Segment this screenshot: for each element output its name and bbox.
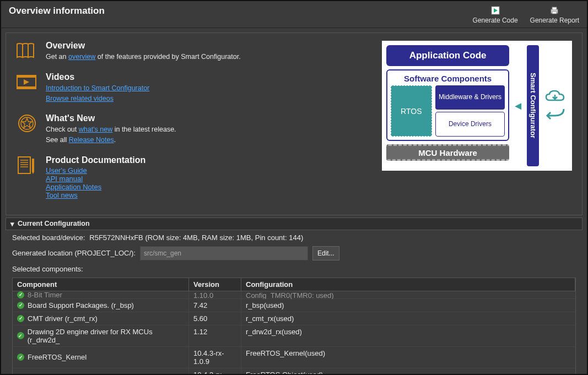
col-configuration: Configuration <box>241 278 575 291</box>
generate-code-label: Generate Code <box>473 17 518 24</box>
whatsnew-text: Check out what's new in the latest relea… <box>46 124 176 135</box>
svg-rect-12 <box>18 157 30 173</box>
component-name: CMT driver (r_cmt_rx) <box>28 314 98 323</box>
current-config-header[interactable]: ▾ Current Configuration <box>6 218 582 230</box>
document-icon <box>16 155 38 175</box>
diagram-app-code: Application Code <box>386 45 509 66</box>
check-icon: ✓ <box>17 302 24 309</box>
overview-text: Get an overview of the features provided… <box>46 52 241 62</box>
users-guide-link[interactable]: User's Guide <box>46 166 145 175</box>
tool-news-link[interactable]: Tool news <box>46 191 145 199</box>
star-badge-icon <box>16 113 38 133</box>
current-config-title: Current Configuration <box>18 220 90 227</box>
component-configuration: r_cmt_rx(used) <box>241 312 575 325</box>
videos-intro-link[interactable]: Introduction to Smart Configurator <box>46 84 149 92</box>
header: Overview information Generate Code Gener… <box>1 1 587 28</box>
svg-rect-3 <box>552 7 557 10</box>
diagram-mcu: MCU Hardware <box>386 144 509 161</box>
current-config-body: Selected board/device: R5F572NNHxFB (ROM… <box>6 230 582 375</box>
check-icon: ✓ <box>17 332 24 339</box>
generate-code-button[interactable]: Generate Code <box>473 6 518 24</box>
book-icon <box>16 41 38 61</box>
collapse-icon: ▾ <box>10 220 14 228</box>
col-component: Component <box>13 278 189 291</box>
diagram-rtos: RTOS <box>391 85 432 137</box>
component-version: 1.12 <box>189 325 241 347</box>
table-row[interactable]: ✓8-Bit Timer1.10.0Config_TMR0(TMR0: used… <box>13 291 575 299</box>
selected-board-label: Selected board/device: <box>12 233 85 242</box>
svg-rect-17 <box>32 159 34 172</box>
component-version: 1.10.0 <box>189 291 241 299</box>
svg-rect-6 <box>17 75 36 78</box>
whatsnew-link[interactable]: what's new <box>79 126 112 133</box>
api-manual-link[interactable]: API manual <box>46 175 145 183</box>
svg-marker-8 <box>24 79 29 85</box>
check-icon: ✓ <box>17 354 24 361</box>
page-title: Overview information <box>9 6 105 17</box>
app-notes-link[interactable]: Application Notes <box>46 183 145 191</box>
selected-board-row: Selected board/device: R5F572NNHxFB (ROM… <box>12 233 576 242</box>
component-configuration: FreeRTOS Object(used) <box>241 368 575 375</box>
video-icon <box>16 72 38 92</box>
release-notes-link[interactable]: Release Notes <box>69 136 114 144</box>
diagram-sw-components: Software Components RTOS Middleware & Dr… <box>386 69 509 141</box>
overview-panel: Overview Get an overview of the features… <box>6 32 582 215</box>
component-version: 10.4.3-rx-1.0.9 <box>189 347 241 368</box>
component-version: 5.60 <box>189 312 241 325</box>
components-table: Component Version Configuration ✓8-Bit T… <box>12 278 576 375</box>
table-header: Component Version Configuration <box>13 278 575 291</box>
edit-button[interactable]: Edit... <box>312 246 339 260</box>
diagram-cloud <box>542 45 568 166</box>
component-name: Board Support Packages. (r_bsp) <box>28 301 134 309</box>
arrow-left-icon: ◄ <box>513 45 524 166</box>
selected-board-value: R5F572NNHxFB (ROM size: 4MB, RAM size: 1… <box>89 233 303 242</box>
generate-report-icon <box>549 6 559 15</box>
table-row[interactable]: ✓CMT driver (r_cmt_rx)5.60r_cmt_rx(used) <box>13 312 575 325</box>
whatsnew-heading: What's New <box>46 113 176 123</box>
section-whatsnew: What's New Check out what's new in the l… <box>16 113 371 145</box>
diagram-device-drivers: Device Drivers <box>435 112 505 137</box>
generate-report-label: Generate Report <box>530 17 579 24</box>
generate-report-button[interactable]: Generate Report <box>530 6 579 24</box>
component-configuration: r_drw2d_rx(used) <box>241 325 575 347</box>
docs-heading: Product Documentation <box>46 155 145 165</box>
svg-rect-7 <box>17 86 36 89</box>
diagram-smart-configurator: Smart Configurator <box>527 45 539 166</box>
overview-left-column: Overview Get an overview of the features… <box>16 41 371 209</box>
component-configuration: r_bsp(used) <box>241 299 575 312</box>
component-version: 10.4.3-rx-1.0.9 <box>189 368 241 375</box>
component-configuration: FreeRTOS_Kernel(used) <box>241 347 575 368</box>
table-row[interactable]: ✓FreeRTOS_Object10.4.3-rx-1.0.9FreeRTOS … <box>13 368 575 375</box>
component-name: Drawing 2D engine driver for RX MCUs (r_… <box>28 328 184 344</box>
generated-location-input[interactable] <box>140 246 308 260</box>
generate-code-icon <box>490 6 500 15</box>
generated-location-row: Generated location (PROJECT_LOC/): Edit.… <box>12 246 576 260</box>
whatsnew-seeall: See all Release Notes. <box>46 135 176 145</box>
section-videos: Videos Introduction to Smart Configurato… <box>16 72 371 104</box>
check-icon: ✓ <box>17 291 24 298</box>
svg-marker-11 <box>22 118 32 128</box>
overview-link[interactable]: overview <box>68 53 95 61</box>
section-overview: Overview Get an overview of the features… <box>16 41 371 62</box>
architecture-diagram: Application Code Software Components RTO… <box>382 41 572 171</box>
table-row[interactable]: ✓Drawing 2D engine driver for RX MCUs (r… <box>13 325 575 347</box>
videos-browse-link[interactable]: Browse related videos <box>46 95 114 102</box>
videos-heading: Videos <box>46 72 149 82</box>
table-row[interactable]: ✓Board Support Packages. (r_bsp)7.42r_bs… <box>13 299 575 312</box>
selected-components-label: Selected components: <box>12 265 576 273</box>
overview-heading: Overview <box>46 41 241 51</box>
diagram-sw-title: Software Components <box>391 74 505 83</box>
generated-location-label: Generated location (PROJECT_LOC/): <box>12 249 136 257</box>
svg-marker-18 <box>32 172 34 174</box>
header-actions: Generate Code Generate Report <box>473 6 579 24</box>
svg-rect-4 <box>552 12 557 14</box>
component-name: 8-Bit Timer <box>28 291 62 299</box>
component-name: FreeRTOS_Kernel <box>28 353 87 361</box>
component-version: 7.42 <box>189 299 241 312</box>
component-configuration: Config_TMR0(TMR0: used) <box>241 291 575 299</box>
diagram-middleware: Middleware & Drivers <box>435 85 505 110</box>
table-row[interactable]: ✓FreeRTOS_Kernel10.4.3-rx-1.0.9FreeRTOS_… <box>13 347 575 368</box>
check-icon: ✓ <box>17 315 24 322</box>
section-docs: Product Documentation User's Guide API m… <box>16 155 371 199</box>
col-version: Version <box>189 278 241 291</box>
